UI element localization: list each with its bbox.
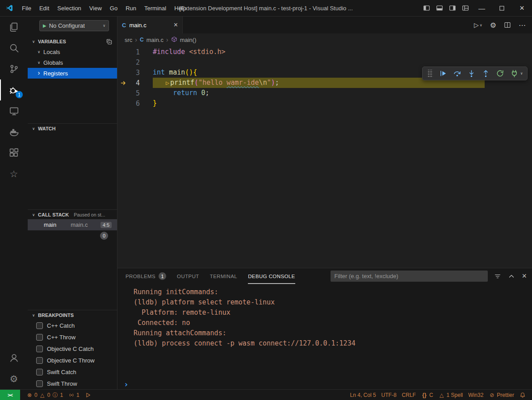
- variables-section-header[interactable]: ∨ VARIABLES: [28, 37, 117, 46]
- console-line: Running attachCommands:: [134, 328, 532, 338]
- status-eol[interactable]: CRLF: [399, 390, 419, 400]
- debug-console-output[interactable]: Running initCommands:(lldb) platform sel…: [117, 284, 532, 379]
- tab-close-icon[interactable]: ×: [174, 21, 178, 29]
- continue-button[interactable]: [439, 69, 447, 78]
- restart-button[interactable]: [496, 69, 504, 78]
- panel-close-icon[interactable]: ×: [522, 271, 527, 281]
- minimize-button[interactable]: —: [472, 0, 492, 17]
- step-out-icon: [482, 69, 490, 78]
- watch-empty-area: [28, 133, 117, 209]
- breadcrumb-src[interactable]: src: [125, 37, 132, 43]
- breakpoint-checkbox[interactable]: [36, 346, 43, 352]
- breakpoint-checkbox[interactable]: [36, 357, 43, 364]
- breakpoints-header-label: BREAKPOINTS: [38, 312, 74, 318]
- console-filter-icon[interactable]: [494, 273, 501, 280]
- menu-selection[interactable]: Selection: [53, 2, 85, 14]
- breakpoint-checkbox[interactable]: [36, 380, 43, 387]
- menu-edit[interactable]: Edit: [35, 2, 53, 14]
- breakpoint-item[interactable]: Objective C Catch: [28, 343, 117, 354]
- breakpoint-label: Objective C Throw: [47, 357, 95, 364]
- code-token: #include: [153, 48, 185, 56]
- toggle-secondary-sidebar-icon[interactable]: [446, 0, 459, 17]
- maximize-button[interactable]: [492, 0, 512, 17]
- console-input[interactable]: [129, 379, 532, 389]
- start-debugging-icon[interactable]: ▶: [43, 23, 46, 28]
- callstack-section-header[interactable]: ∨ CALL STACK Paused on st...: [28, 209, 117, 219]
- panel-tab-problems[interactable]: PROBLEMS1: [126, 268, 166, 284]
- chevron-down-icon: ∨: [103, 24, 105, 28]
- code-text: int main(){: [153, 67, 197, 78]
- variables-item-locals[interactable]: ∨Locals: [28, 46, 117, 57]
- code-token: <stdio.h>: [189, 48, 225, 56]
- breakpoint-checkbox[interactable]: [36, 369, 43, 375]
- collapse-variables-icon[interactable]: [106, 38, 113, 45]
- status-encoding[interactable]: UTF-8: [379, 390, 399, 400]
- watch-section-header[interactable]: ∨ WATCH: [28, 123, 117, 133]
- breakpoint-item[interactable]: Objective C Throw: [28, 354, 117, 366]
- breakpoint-item[interactable]: C++ Throw: [28, 331, 117, 343]
- activity-item-remote-explorer[interactable]: [0, 100, 28, 121]
- code-editor[interactable]: 1#include <stdio.h>23int main(){4 ▷print…: [117, 46, 532, 268]
- menu-file[interactable]: File: [18, 2, 35, 14]
- breakpoint-checkbox[interactable]: [36, 322, 43, 329]
- disconnect-button[interactable]: ∨: [510, 69, 523, 78]
- variables-item-registers[interactable]: ›Registers: [28, 68, 117, 79]
- debug-status[interactable]: [82, 390, 94, 400]
- status-bar: ><⊗0△0ⓘ11 Ln 4, Col 5UTF-8CRLF{}C△1 Spel…: [0, 389, 532, 400]
- status-prettier[interactable]: ⊘Prettier: [486, 390, 517, 400]
- c-file-icon: C: [140, 37, 144, 43]
- remote-indicator[interactable]: ><: [0, 390, 20, 400]
- customize-layout-icon[interactable]: [459, 0, 472, 17]
- menu-help[interactable]: Help: [170, 2, 190, 14]
- activity-item-source-control[interactable]: [0, 58, 28, 79]
- panel-tab-output[interactable]: OUTPUT: [177, 268, 199, 284]
- console-filter-input[interactable]: [331, 271, 488, 282]
- debug-sidebar: ▶ No Configurat ∨ ∨ VARIABLES ∨Locals∨Gl…: [28, 17, 117, 389]
- activity-item-extensions[interactable]: [0, 142, 28, 163]
- close-button[interactable]: ×: [512, 0, 532, 17]
- tab-main-c[interactable]: C main.c ×: [117, 17, 183, 33]
- breakpoint-item[interactable]: C++ Catch: [28, 320, 117, 331]
- status-language[interactable]: {}C: [419, 390, 436, 400]
- activity-item-docker[interactable]: [0, 121, 28, 142]
- ports-status[interactable]: 1: [66, 390, 82, 400]
- panel-tab-terminal[interactable]: TERMINAL: [210, 268, 237, 284]
- status-notifications[interactable]: [517, 390, 528, 400]
- panel-maximize-icon[interactable]: [508, 273, 515, 280]
- activity-item-search[interactable]: [0, 38, 28, 58]
- run-debug-button[interactable]: ▷∨: [474, 21, 482, 29]
- breakpoint-checkbox[interactable]: [36, 334, 43, 341]
- toggle-panel-icon[interactable]: [433, 0, 446, 17]
- breakpoint-item[interactable]: Swift Catch: [28, 366, 117, 378]
- activity-item-favorites[interactable]: ☆: [0, 163, 28, 184]
- breadcrumb-file[interactable]: main.c: [147, 37, 163, 43]
- debug-config-dropdown[interactable]: ▶ No Configurat ∨: [39, 20, 109, 31]
- breakpoint-item[interactable]: Swift Throw: [28, 378, 117, 389]
- status-cursor[interactable]: Ln 4, Col 5: [348, 390, 379, 400]
- settings-gear-icon[interactable]: ⚙: [490, 21, 496, 29]
- activity-item-run-debug[interactable]: 1: [0, 79, 28, 100]
- activity-item-explorer[interactable]: [0, 17, 28, 38]
- activity-item-accounts[interactable]: [0, 347, 28, 368]
- menu-run[interactable]: Run: [121, 2, 140, 14]
- step-into-button[interactable]: [467, 69, 476, 78]
- toggle-sidebar-icon[interactable]: [420, 0, 433, 17]
- status-spell-label: 1 Spell: [447, 392, 463, 398]
- callstack-frame[interactable]: main main.c 4:5: [28, 219, 117, 230]
- panel-tab-debug-console[interactable]: DEBUG CONSOLE: [248, 268, 295, 284]
- step-over-button[interactable]: [453, 69, 461, 78]
- status-platform[interactable]: Win32: [465, 390, 486, 400]
- menu-go[interactable]: Go: [106, 2, 121, 14]
- status-spell[interactable]: △1 Spell: [436, 390, 466, 400]
- editor-actions: ▷∨ ⚙ ⋯: [474, 17, 532, 33]
- breakpoints-section-header[interactable]: ∨ BREAKPOINTS: [28, 310, 117, 320]
- split-editor-icon[interactable]: [504, 21, 511, 29]
- variables-item-globals[interactable]: ∨Globals: [28, 57, 117, 68]
- menu-view[interactable]: View: [85, 2, 106, 14]
- breadcrumb-symbol[interactable]: main(): [180, 37, 197, 43]
- menu-terminal[interactable]: Terminal: [140, 2, 170, 14]
- step-out-button[interactable]: [482, 69, 490, 78]
- activity-item-settings[interactable]: ⚙: [0, 368, 28, 389]
- problems-status[interactable]: ⊗0△0ⓘ1: [24, 390, 66, 400]
- more-actions-icon[interactable]: ⋯: [519, 21, 526, 29]
